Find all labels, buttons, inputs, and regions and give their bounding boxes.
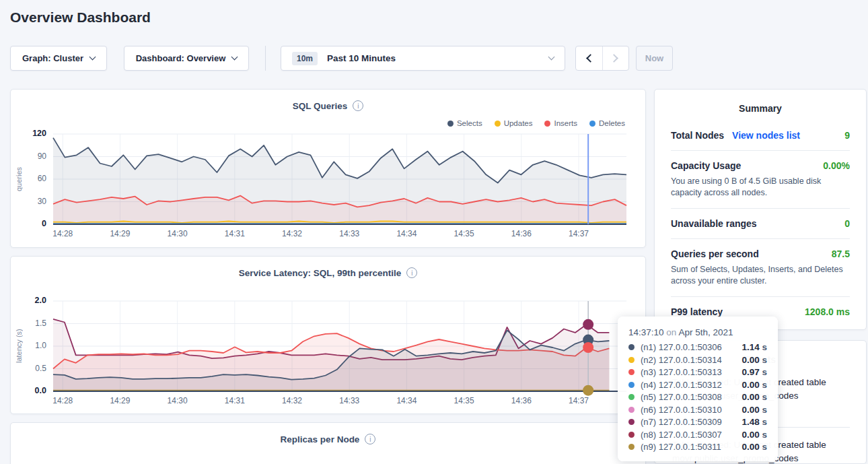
service-latency-plot[interactable]: 2.01.51.00.50.0latency (s)14:2814:2914:3… bbox=[11, 257, 645, 413]
y-axis-title: queries bbox=[13, 134, 24, 224]
chart-svg bbox=[53, 301, 626, 394]
sql-queries-chart-card: SQL Queries SelectsUpdatesInsertsDeletes… bbox=[10, 89, 646, 248]
tooltip-node-row: (n5) 127.0.0.1:503080.00 s bbox=[628, 392, 767, 402]
node-color-dot-icon bbox=[628, 407, 635, 413]
chevron-down-icon bbox=[231, 54, 238, 61]
chart-svg bbox=[53, 134, 626, 227]
sql-queries-plot[interactable]: 1209060300queries14:2814:2914:3014:3114:… bbox=[11, 90, 645, 247]
x-tick-label: 14:34 bbox=[388, 229, 425, 238]
x-tick-label: 14:28 bbox=[44, 229, 81, 238]
node-color-dot-icon bbox=[628, 357, 635, 363]
node-address: (n6) 127.0.0.1:50310 bbox=[641, 405, 722, 415]
unavailable-ranges-label: Unavailable ranges bbox=[671, 218, 757, 229]
x-tick-label: 14:34 bbox=[388, 396, 425, 405]
queries-per-second-value: 87.5 bbox=[832, 248, 850, 259]
capacity-usage-label: Capacity Usage bbox=[671, 160, 741, 171]
view-nodes-list-link[interactable]: View nodes list bbox=[732, 130, 800, 141]
p99-latency-value: 1208.0 ms bbox=[805, 306, 850, 317]
x-tick-label: 14:32 bbox=[273, 229, 311, 238]
node-address: (n1) 127.0.0.1:50306 bbox=[641, 342, 722, 352]
tooltip-node-row: (n4) 127.0.0.1:503120.00 s bbox=[628, 380, 767, 390]
node-color-dot-icon bbox=[628, 444, 635, 450]
latency-unit: s bbox=[760, 392, 767, 402]
x-tick-label: 14:31 bbox=[216, 396, 254, 405]
overview-dashboard-screen: Overview Dashboard Graph: Cluster Dashbo… bbox=[0, 0, 868, 464]
node-color-dot-icon bbox=[628, 382, 635, 388]
x-tick-label: 14:29 bbox=[101, 396, 139, 405]
tooltip-node-row: (n6) 127.0.0.1:503100.00 s bbox=[628, 405, 767, 415]
queries-per-second-label: Queries per second bbox=[671, 248, 759, 259]
tooltip-node-row: (n9) 127.0.0.1:503110.00 s bbox=[628, 442, 767, 452]
x-tick-label: 14:29 bbox=[101, 229, 139, 238]
node-address: (n2) 127.0.0.1:50314 bbox=[641, 355, 722, 365]
summary-row-unavailable-ranges: Unavailable ranges 0 bbox=[671, 208, 850, 238]
time-nav-arrows bbox=[575, 46, 629, 71]
x-tick-label: 14:37 bbox=[560, 396, 598, 405]
hover-marker-dot bbox=[583, 342, 593, 353]
latency-unit: s bbox=[760, 430, 767, 440]
node-address: (n5) 127.0.0.1:50308 bbox=[641, 392, 722, 402]
hover-marker-dot bbox=[583, 385, 593, 396]
latency-unit: s bbox=[760, 380, 767, 390]
queries-per-second-desc: Sum of Selects, Updates, Inserts, and De… bbox=[671, 264, 850, 287]
node-latency-value: 0.00 s bbox=[742, 355, 767, 365]
p99-latency-label: P99 latency bbox=[671, 306, 723, 317]
dashboard-dropdown[interactable]: Dashboard: Overview bbox=[124, 46, 249, 71]
latency-unit: s bbox=[760, 405, 767, 415]
x-tick-label: 14:30 bbox=[159, 396, 196, 405]
total-nodes-value: 9 bbox=[844, 130, 850, 141]
tooltip-node-row: (n7) 127.0.0.1:503091.48 s bbox=[628, 417, 767, 427]
x-tick-label: 14:36 bbox=[503, 229, 540, 238]
x-tick-label: 14:35 bbox=[445, 229, 483, 238]
summary-row-capacity-usage: Capacity Usage 0.00% You are using 0 B o… bbox=[671, 150, 850, 208]
x-tick-label: 14:36 bbox=[503, 396, 540, 405]
node-color-dot-icon bbox=[628, 419, 635, 425]
page-title: Overview Dashboard bbox=[10, 9, 151, 26]
tooltip-node-row: (n8) 127.0.0.1:503070.00 s bbox=[628, 430, 767, 440]
time-range-selector[interactable]: 10m Past 10 Minutes bbox=[281, 46, 565, 71]
hover-marker-dot bbox=[583, 319, 593, 330]
x-tick-label: 14:33 bbox=[330, 396, 368, 405]
chevron-right-icon bbox=[610, 54, 618, 63]
graph-dropdown-label: Graph: Cluster bbox=[22, 53, 83, 63]
chevron-down-icon bbox=[548, 54, 555, 61]
node-address: (n3) 127.0.0.1:50313 bbox=[641, 367, 722, 377]
dashboard-dropdown-label: Dashboard: Overview bbox=[136, 53, 226, 63]
time-range-badge: 10m bbox=[292, 52, 318, 65]
replicas-per-node-chart-card: Replicas per Node bbox=[10, 422, 646, 464]
info-icon[interactable] bbox=[365, 434, 375, 444]
chevron-down-icon bbox=[89, 54, 96, 61]
summary-panel: Summary Total Nodes View nodes list 9 Ca… bbox=[654, 89, 867, 330]
node-latency-value: 1.48 s bbox=[742, 417, 767, 427]
node-latency-value: 0.97 s bbox=[742, 367, 767, 377]
node-latency-value: 0.00 s bbox=[742, 442, 767, 452]
node-latency-value: 0.00 s bbox=[742, 380, 767, 390]
graph-dropdown[interactable]: Graph: Cluster bbox=[10, 46, 107, 71]
service-latency-chart-card: Service Latency: SQL, 99th percentile 2.… bbox=[10, 256, 646, 414]
summary-row-queries-per-second: Queries per second 87.5 Sum of Selects, … bbox=[671, 238, 850, 296]
node-address: (n8) 127.0.0.1:50307 bbox=[641, 430, 722, 440]
node-address: (n7) 127.0.0.1:50309 bbox=[641, 417, 722, 427]
tooltip-node-row: (n3) 127.0.0.1:503130.97 s bbox=[628, 367, 767, 377]
node-latency-value: 1.14 s bbox=[742, 342, 767, 352]
summary-row-total-nodes: Total Nodes View nodes list 9 bbox=[671, 121, 850, 150]
capacity-usage-desc: You are using 0 B of 4.5 GiB usable disk… bbox=[671, 176, 850, 199]
chart-tooltip: 14:37:10 on Apr 5th, 2021 (n1) 127.0.0.1… bbox=[618, 317, 778, 461]
chart-title-replicas-per-node: Replicas per Node bbox=[281, 434, 360, 444]
time-range-label: Past 10 Minutes bbox=[327, 53, 396, 63]
node-latency-value: 0.00 s bbox=[742, 405, 767, 415]
x-tick-label: 14:35 bbox=[445, 396, 483, 405]
next-time-button[interactable] bbox=[602, 46, 629, 70]
unavailable-ranges-value: 0 bbox=[844, 218, 850, 229]
node-address: (n4) 127.0.0.1:50312 bbox=[641, 380, 722, 390]
latency-unit: s bbox=[760, 355, 767, 365]
x-tick-label: 14:33 bbox=[330, 229, 368, 238]
chevron-left-icon bbox=[586, 54, 595, 63]
now-button[interactable]: Now bbox=[636, 46, 673, 71]
x-tick-label: 14:28 bbox=[44, 396, 81, 405]
y-axis-title: latency (s) bbox=[13, 301, 24, 391]
node-color-dot-icon bbox=[628, 344, 635, 350]
capacity-usage-value: 0.00% bbox=[823, 160, 850, 171]
prev-time-button[interactable] bbox=[576, 46, 602, 70]
latency-unit: s bbox=[760, 367, 767, 377]
